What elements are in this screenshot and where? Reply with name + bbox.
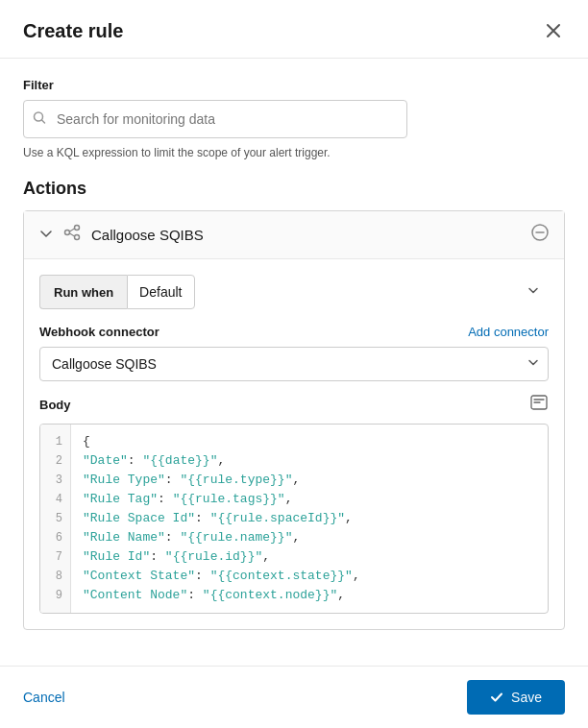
- modal-title: Create rule: [23, 20, 124, 42]
- save-button[interactable]: Save: [467, 680, 565, 715]
- run-when-select-wrapper: Default: [127, 275, 549, 309]
- search-icon: [33, 111, 46, 128]
- code-line: "Rule Name": "{{rule.name}}",: [83, 528, 536, 547]
- code-line: "Rule Tag": "{{rule.tags}}",: [83, 490, 536, 509]
- code-content[interactable]: { "Date": "{{date}}", "Rule Type": "{{ru…: [71, 425, 548, 613]
- code-line: "Rule Type": "{{rule.type}}",: [83, 471, 536, 490]
- body-header: Body: [39, 393, 549, 416]
- connector-select-wrapper: Callgoose SQIBS: [39, 347, 549, 381]
- search-container: [23, 100, 565, 138]
- run-when-row: Run when Default: [39, 275, 549, 309]
- modal-body: Filter Use a KQL expression to limit the…: [0, 59, 588, 666]
- filter-label: Filter: [23, 78, 565, 92]
- body-label: Body: [39, 398, 71, 412]
- modal-header: Create rule: [0, 0, 588, 59]
- code-editor: 1 2 3 4 5 6 7 8 9: [39, 424, 549, 614]
- run-when-chevron-icon: [527, 285, 539, 300]
- run-when-label: Run when: [39, 275, 127, 309]
- search-input[interactable]: [23, 100, 407, 138]
- webhook-header: Webhook connector Add connector: [39, 325, 549, 339]
- code-line: "Context State": "{{context.state}}",: [83, 567, 536, 586]
- save-icon: [490, 691, 503, 704]
- code-lines: 1 2 3 4 5 6 7 8 9: [40, 425, 548, 613]
- webhook-section: Webhook connector Add connector Callgoos…: [39, 325, 549, 381]
- body-section: Body 1: [39, 393, 549, 614]
- action-card-body: Run when Default: [24, 259, 564, 629]
- modal-footer: Cancel Save: [0, 666, 588, 728]
- connector-icon: [62, 223, 82, 247]
- close-button[interactable]: [542, 19, 565, 42]
- action-card-left: Callgoose SQIBS: [39, 223, 204, 247]
- action-name: Callgoose SQIBS: [91, 227, 204, 243]
- create-rule-modal: Create rule Filter Use a KQL exp: [0, 0, 588, 728]
- remove-action-button[interactable]: [531, 224, 549, 246]
- add-connector-button[interactable]: Add connector: [468, 325, 549, 339]
- webhook-label: Webhook connector: [39, 325, 159, 339]
- code-line: "Date": "{{date}}",: [83, 451, 536, 471]
- expand-icon: [39, 227, 53, 243]
- code-line: "Rule Id": "{{rule.id}}",: [83, 547, 536, 567]
- close-icon: [546, 23, 561, 38]
- run-when-select[interactable]: Default: [127, 275, 195, 309]
- modal-overlay: Create rule Filter Use a KQL exp: [0, 0, 588, 728]
- svg-point-1: [65, 231, 70, 235]
- body-action-icon[interactable]: [529, 393, 549, 416]
- save-label: Save: [511, 690, 542, 705]
- filter-hint: Use a KQL expression to limit the scope …: [23, 146, 565, 159]
- action-card-header[interactable]: Callgoose SQIBS: [24, 211, 564, 259]
- code-line: {: [83, 432, 536, 451]
- code-line: "Rule Space Id": "{{rule.spaceId}}",: [83, 509, 536, 528]
- svg-point-3: [75, 235, 80, 240]
- svg-point-2: [75, 226, 80, 231]
- action-card: Callgoose SQIBS Run when: [23, 210, 565, 630]
- line-numbers: 1 2 3 4 5 6 7 8 9: [40, 425, 71, 613]
- cancel-button[interactable]: Cancel: [23, 682, 65, 713]
- actions-title: Actions: [23, 179, 565, 199]
- code-line: "Content Node": "{{context.node}}",: [83, 586, 536, 605]
- connector-select[interactable]: Callgoose SQIBS: [39, 347, 549, 381]
